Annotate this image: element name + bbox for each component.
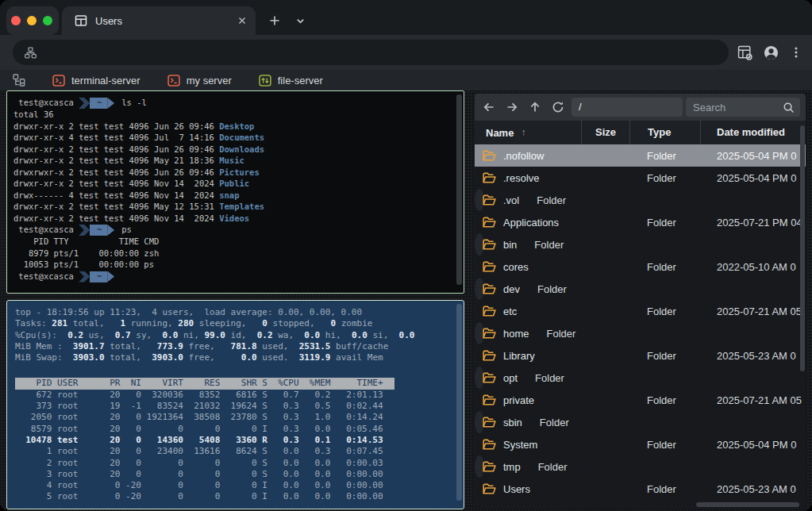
file-row[interactable]: cores Folder 2022-05-10 AM 0 — [475, 256, 806, 278]
file-row[interactable]: dev Folder 2025-07-21 AM 05 — [475, 278, 484, 300]
maximize-window-button[interactable] — [43, 16, 52, 25]
address-bar[interactable] — [13, 40, 729, 65]
file-row[interactable]: Applications Folder 2025-07-21 PM 04 — [475, 211, 806, 233]
file-row[interactable]: home Folder 2025-07-21 AM 05 — [475, 322, 484, 344]
new-tab-button[interactable] — [264, 10, 286, 32]
up-button[interactable] — [529, 101, 541, 113]
search-box[interactable] — [686, 98, 800, 117]
folder-icon — [483, 305, 496, 317]
column-header-date-modified[interactable]: Date modified — [700, 121, 806, 144]
file-row[interactable]: .resolve Folder 2025-05-04 PM 0 — [475, 167, 806, 189]
back-button[interactable] — [483, 101, 495, 113]
terminal-line: drwxr-xr-x 2 test test 4096 May 21 18:36… — [13, 155, 457, 167]
folder-icon — [483, 239, 496, 250]
file-row[interactable]: .vol Folder 2025-05-04 PM 0 — [475, 189, 484, 211]
file-row[interactable]: tmp Folder 2025-07-21 PM 05 — [475, 455, 484, 478]
process-row: 2 root 20 0 0 0 0 S 0.0 0.0 0:00.03 — [15, 458, 464, 469]
search-input[interactable] — [686, 102, 783, 113]
bookmarks-bar: terminal-server my server file-server — [0, 70, 812, 90]
terminal-pane[interactable]: test@xcasca ~ls -ltotal 36drwxr-xr-x 2 t… — [6, 90, 464, 294]
file-browser-pane: / Name ↑ Size Type Date modified — [475, 94, 806, 509]
bookmark-item[interactable]: terminal-server — [52, 75, 140, 86]
file-row[interactable]: private Folder 2025-07-21 AM 05 — [475, 389, 806, 411]
file-row[interactable]: System Folder 2025-05-04 PM 0 — [475, 433, 806, 455]
profile-avatar-icon[interactable] — [764, 45, 779, 60]
toolbar-actions — [737, 40, 802, 65]
folder-icon — [483, 194, 496, 206]
terminal-line: drwx------ 4 test test 4096 Nov 14 2024 … — [13, 190, 457, 202]
sitemap-icon — [24, 46, 37, 60]
folder-tree-icon[interactable] — [13, 74, 25, 86]
terminal-line: PID TTY TIME CMD — [13, 236, 457, 248]
folder-icon — [483, 261, 496, 272]
folder-icon — [483, 172, 496, 183]
table-icon — [75, 14, 87, 27]
file-list-horizontal-scrollbar[interactable] — [696, 502, 799, 507]
browser-window: Users — [0, 0, 812, 511]
column-header-type[interactable]: Type — [629, 121, 700, 144]
terminal-line: drwxr-xr-x 2 test test 4096 Nov 14 2024 … — [13, 213, 457, 225]
file-row[interactable]: Library Folder 2025-05-23 AM 0 — [475, 344, 806, 367]
folder-icon — [483, 439, 496, 450]
top-summary-line: MiB Mem : 3901.7 total, 773.9 free, 781.… — [15, 341, 464, 352]
top-summary-line: top - 18:19:56 up 11:23, 4 users, load a… — [15, 307, 464, 318]
minimize-window-button[interactable] — [27, 16, 37, 25]
file-row[interactable]: Users Folder 2025-05-23 AM 0 — [475, 478, 806, 500]
tab-title: Users — [95, 15, 237, 27]
table-settings-icon[interactable] — [737, 45, 752, 60]
folder-icon — [483, 328, 496, 339]
search-icon[interactable] — [783, 102, 795, 113]
process-row: 1 root 20 0 23400 13616 8624 S 0.0 0.3 0… — [15, 446, 464, 457]
terminal-prompt-line: test@xcasca ~ — [13, 271, 457, 282]
process-row: 4 root 0 -20 0 0 0 I 0.0 0.0 0:00.00 — [15, 480, 464, 491]
terminal-prompt-line: test@xcasca ~ps — [13, 224, 457, 236]
file-table-header: Name ↑ Size Type Date modified — [475, 121, 806, 144]
file-row[interactable]: opt Folder 2022-08-18 AM 11 — [475, 367, 484, 389]
terminal-line: drwxr-xr-x 2 test test 4096 Jun 26 09:46… — [13, 144, 457, 156]
file-list-vertical-scrollbar[interactable] — [800, 125, 805, 371]
process-row: 373 root 19 -1 83524 21032 19624 S 0.3 0… — [15, 401, 464, 412]
folder-icon — [483, 150, 496, 161]
bookmark-item[interactable]: file-server — [259, 75, 323, 86]
file-row[interactable]: sbin Folder 2025-05-04 PM 0 — [475, 411, 484, 433]
folder-icon — [483, 283, 496, 294]
folder-icon — [483, 217, 496, 228]
sort-ascending-icon: ↑ — [521, 127, 525, 138]
forward-button[interactable] — [506, 101, 518, 113]
folder-icon — [483, 372, 496, 383]
process-row: 3 root 20 0 0 0 0 S 0.0 0.0 0:00.00 — [15, 469, 464, 480]
folder-icon — [483, 394, 496, 405]
tab-search-chevron-icon[interactable] — [291, 11, 310, 30]
close-window-button[interactable] — [11, 16, 21, 25]
terminal-line: total 36 — [13, 109, 457, 121]
refresh-button[interactable] — [552, 101, 564, 113]
tab-users[interactable]: Users — [62, 6, 256, 35]
monitor-scrollbar[interactable] — [456, 304, 462, 501]
terminal-scrollbar[interactable] — [456, 94, 462, 285]
terminal-output: test@xcasca ~ls -ltotal 36drwxr-xr-x 2 t… — [13, 97, 457, 282]
top-summary: top - 18:19:56 up 11:23, 4 users, load a… — [15, 307, 464, 363]
file-row[interactable]: bin Folder 2025-05-04 PM 0 — [475, 233, 484, 256]
process-row: 672 root 20 0 320036 8352 6816 S 0.7 0.2… — [15, 390, 464, 401]
process-row: 8579 root 20 0 0 0 0 I 0.3 0.0 0:05.46 — [15, 424, 464, 435]
menu-kebab-icon[interactable] — [790, 46, 802, 59]
process-row: 5 root 0 -20 0 0 0 I 0.0 0.0 0:00.00 — [15, 491, 464, 502]
process-table-header: PID USER PR NI VIRT RES SHR S %CPU %MEM … — [15, 378, 394, 389]
system-monitor-pane[interactable]: top - 18:19:56 up 11:23, 4 users, load a… — [6, 300, 464, 509]
close-tab-icon[interactable] — [237, 15, 248, 26]
terminal-prompt-line: test@xcasca ~ls -l — [13, 97, 457, 109]
column-header-size[interactable]: Size — [581, 121, 629, 144]
file-row[interactable]: .nofollow Folder 2025-05-04 PM 0 — [475, 144, 806, 167]
path-field[interactable]: / — [571, 98, 683, 117]
top-summary-line: %Cpu(s): 0.2 us, 0.7 sy, 0.0 ni, 99.0 id… — [15, 330, 464, 341]
process-row: 10478 test 20 0 14360 5408 3360 R 0.3 0.… — [15, 435, 464, 446]
file-browser-toolbar: / — [475, 94, 806, 121]
terminal-line: drwxrwxr-x 2 test test 4096 Jun 26 09:46… — [13, 167, 457, 179]
content-area: test@xcasca ~ls -ltotal 36drwxr-xr-x 2 t… — [0, 90, 812, 511]
process-row: 2050 root 20 0 1921364 38508 23780 S 0.3… — [15, 412, 464, 423]
file-row[interactable]: etc Folder 2025-07-21 AM 05 — [475, 300, 806, 322]
column-header-name[interactable]: Name ↑ — [475, 127, 581, 139]
browser-toolbar — [0, 35, 812, 70]
bookmark-item[interactable]: my server — [167, 75, 232, 86]
file-list: .nofollow Folder 2025-05-04 PM 0 .resolv… — [475, 144, 806, 500]
